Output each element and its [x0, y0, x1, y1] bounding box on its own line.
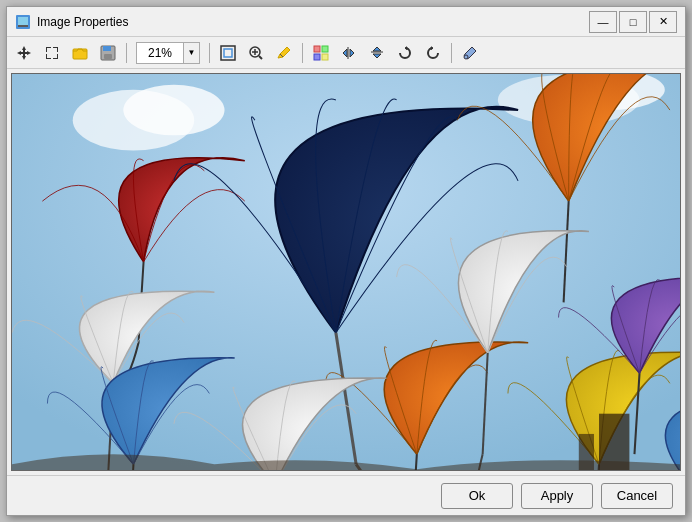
toolbar-separator-3: [302, 43, 303, 63]
svg-marker-3: [17, 46, 31, 60]
svg-rect-22: [314, 46, 320, 52]
open-button[interactable]: [67, 41, 93, 65]
svg-rect-23: [322, 46, 328, 52]
grid-button[interactable]: [308, 41, 334, 65]
move-tool-button[interactable]: [11, 41, 37, 65]
zoom-control: ▼: [136, 42, 200, 64]
zoom-dropdown-button[interactable]: ▼: [184, 42, 200, 64]
apply-button[interactable]: Apply: [521, 483, 593, 509]
rotate-ccw-button[interactable]: [420, 41, 446, 65]
zoom-extent-button[interactable]: [215, 41, 241, 65]
toolbar: ▼: [7, 37, 685, 69]
flip-v-button[interactable]: [364, 41, 390, 65]
svg-rect-10: [57, 47, 58, 52]
flip-h-button[interactable]: [336, 41, 362, 65]
svg-rect-15: [104, 54, 112, 59]
close-button[interactable]: ✕: [649, 11, 677, 33]
window-controls: — □ ✕: [589, 11, 677, 33]
ok-button[interactable]: Ok: [441, 483, 513, 509]
svg-rect-1: [18, 17, 28, 25]
pencil-button[interactable]: [271, 41, 297, 65]
window-title: Image Properties: [37, 15, 589, 29]
svg-rect-24: [314, 54, 320, 60]
toolbar-separator-2: [209, 43, 210, 63]
footer: Ok Apply Cancel: [7, 475, 685, 515]
svg-rect-16: [221, 46, 235, 60]
maximize-button[interactable]: □: [619, 11, 647, 33]
toolbar-separator-1: [126, 43, 127, 63]
cancel-button[interactable]: Cancel: [601, 483, 673, 509]
svg-rect-2: [18, 25, 28, 27]
title-bar: Image Properties — □ ✕: [7, 7, 685, 37]
svg-rect-11: [57, 54, 58, 59]
eyedrop-button[interactable]: [457, 41, 483, 65]
svg-rect-25: [322, 54, 328, 60]
window-icon: [15, 14, 31, 30]
umbrella-image: [12, 74, 680, 470]
svg-line-21: [259, 56, 262, 59]
select-tool-button[interactable]: [39, 41, 65, 65]
svg-point-31: [123, 85, 224, 136]
svg-rect-9: [46, 54, 47, 59]
svg-point-28: [464, 55, 468, 59]
minimize-button[interactable]: —: [589, 11, 617, 33]
zoom-in-button[interactable]: [243, 41, 269, 65]
image-properties-window: Image Properties — □ ✕ ▼: [6, 6, 686, 516]
svg-rect-17: [224, 49, 232, 57]
image-canvas-area: [11, 73, 681, 471]
zoom-input[interactable]: [136, 42, 184, 64]
svg-rect-8: [46, 47, 47, 52]
rotate-cw-button[interactable]: [392, 41, 418, 65]
svg-rect-14: [103, 46, 111, 51]
toolbar-separator-4: [451, 43, 452, 63]
save-button[interactable]: [95, 41, 121, 65]
